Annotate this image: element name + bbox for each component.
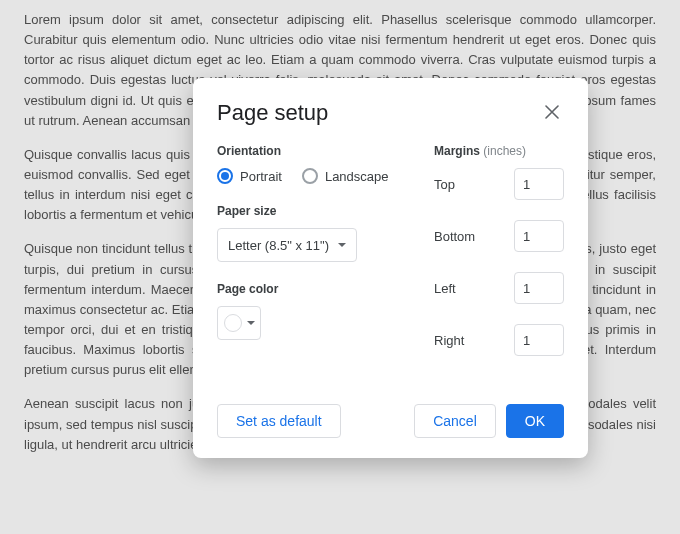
radio-label: Landscape bbox=[325, 169, 389, 184]
ok-button[interactable]: OK bbox=[506, 404, 564, 438]
paper-size-value: Letter (8.5" x 11") bbox=[228, 238, 329, 253]
margin-bottom-input[interactable] bbox=[514, 220, 564, 252]
margin-top-label: Top bbox=[434, 177, 455, 192]
paper-size-select[interactable]: Letter (8.5" x 11") bbox=[217, 228, 357, 262]
orientation-label: Orientation bbox=[217, 144, 408, 158]
orientation-landscape-radio[interactable]: Landscape bbox=[302, 168, 389, 184]
margin-top-input[interactable] bbox=[514, 168, 564, 200]
margin-right-label: Right bbox=[434, 333, 464, 348]
paper-size-label: Paper size bbox=[217, 204, 408, 218]
margin-right-input[interactable] bbox=[514, 324, 564, 356]
margin-left-label: Left bbox=[434, 281, 456, 296]
chevron-down-icon bbox=[247, 321, 255, 325]
dialog-title: Page setup bbox=[217, 100, 328, 126]
close-icon bbox=[545, 105, 559, 119]
chevron-down-icon bbox=[338, 243, 346, 247]
close-button[interactable] bbox=[540, 100, 564, 124]
page-setup-dialog: Page setup Orientation Portrait Landscap… bbox=[193, 78, 588, 458]
page-color-select[interactable] bbox=[217, 306, 261, 340]
margin-bottom-label: Bottom bbox=[434, 229, 475, 244]
set-as-default-button[interactable]: Set as default bbox=[217, 404, 341, 438]
orientation-portrait-radio[interactable]: Portrait bbox=[217, 168, 282, 184]
cancel-button[interactable]: Cancel bbox=[414, 404, 496, 438]
page-color-label: Page color bbox=[217, 282, 408, 296]
color-swatch bbox=[224, 314, 242, 332]
margins-label: Margins (inches) bbox=[434, 144, 564, 158]
margin-left-input[interactable] bbox=[514, 272, 564, 304]
radio-icon bbox=[217, 168, 233, 184]
radio-icon bbox=[302, 168, 318, 184]
radio-label: Portrait bbox=[240, 169, 282, 184]
